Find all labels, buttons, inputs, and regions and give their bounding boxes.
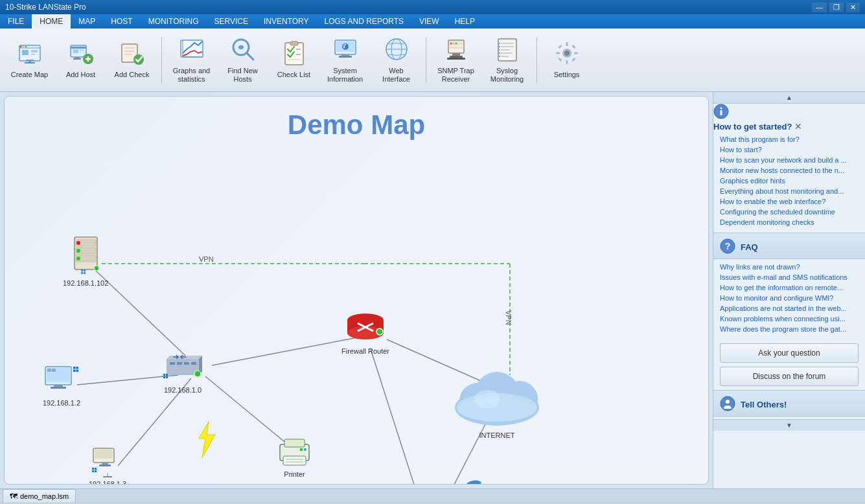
svg-rect-12 <box>73 49 78 53</box>
toolbar: Create Map Add Host <box>0 29 865 92</box>
title-bar-left: 10-Strike LANState Pro <box>5 3 86 12</box>
svg-point-58 <box>499 46 500 47</box>
web-interface-button[interactable]: Web Interface <box>372 34 421 86</box>
svg-rect-105 <box>166 376 168 378</box>
add-host-button[interactable]: Add Host <box>56 34 105 86</box>
menu-host[interactable]: HOST <box>103 14 140 29</box>
svg-rect-142 <box>286 459 303 460</box>
faq-link-3[interactable]: How to get the information on remote... <box>720 282 859 293</box>
node-firewall[interactable]: Firewall Router <box>341 304 389 355</box>
link-monitor-hosts[interactable]: Monitor new hosts connected to the n... <box>720 165 859 176</box>
svg-rect-35 <box>341 54 349 56</box>
link-scheduled-downtime[interactable]: Configuring the scheduled downtime <box>720 207 859 217</box>
graphs-button[interactable]: Graphs and statistics <box>167 34 216 86</box>
menu-service[interactable]: SERVICE <box>206 14 255 29</box>
lightning-icon <box>192 420 222 459</box>
maximize-button[interactable]: ❐ <box>829 3 844 12</box>
svg-point-59 <box>499 49 500 51</box>
link-graphics-editor[interactable]: Graphics editor hints <box>720 176 859 186</box>
settings-button[interactable]: Settings <box>542 34 591 86</box>
svg-rect-65 <box>566 60 568 64</box>
minimize-button[interactable]: — <box>812 3 827 12</box>
printer-icon <box>277 437 312 469</box>
node-pc2[interactable]: 192.168.1.3 <box>89 443 126 485</box>
find-new-hosts-button[interactable]: Find New Hosts <box>218 34 267 86</box>
switch-icon <box>160 349 205 385</box>
gauge-disk[interactable]: 0% Hard disk usage, % <box>465 480 560 485</box>
svg-rect-124 <box>95 468 97 470</box>
scroll-up-button[interactable]: ▲ <box>713 92 865 104</box>
menu-file[interactable]: FILE <box>0 14 32 29</box>
svg-rect-109 <box>47 369 51 372</box>
add-check-button[interactable]: Add Check <box>108 34 156 86</box>
menu-home[interactable]: HOME <box>32 14 71 29</box>
menu-map[interactable]: MAP <box>71 14 103 29</box>
map-canvas[interactable]: Demo Map VPN VPN <box>4 96 709 485</box>
scroll-down-button[interactable]: ▼ <box>713 419 865 431</box>
faq-link-2[interactable]: Issues with e-mail and SMS notifications <box>720 272 859 282</box>
link-dependent-monitoring[interactable]: Dependent monitoring checks <box>720 217 859 227</box>
close-button[interactable]: ✕ <box>846 3 860 12</box>
node-printer[interactable]: Printer <box>277 437 312 478</box>
faq-link-6[interactable]: Known problems when connecting usi... <box>720 314 859 324</box>
link-web-interface[interactable]: How to enable the web interface? <box>720 196 859 207</box>
svg-point-93 <box>94 266 99 271</box>
link-everything-monitoring[interactable]: Everything about host monitoring and... <box>720 186 859 196</box>
menu-monitoring[interactable]: MONITORING <box>141 14 207 29</box>
ask-question-button[interactable]: Ask your question <box>720 343 859 363</box>
svg-rect-29 <box>290 41 298 45</box>
check-list-label: Check List <box>277 71 310 79</box>
menu-logs[interactable]: LOGS AND REPORTS <box>317 14 411 29</box>
tab-demo-map[interactable]: 🗺 demo_map.lsm <box>3 489 76 503</box>
node-switch[interactable]: 192.168.1.0 <box>160 349 205 394</box>
faq-link-1[interactable]: Why links are not drawn? <box>720 262 859 272</box>
faq-title: FAQ <box>741 242 758 252</box>
map-title: Demo Map <box>5 97 708 154</box>
tab-label: demo_map.lsm <box>20 492 69 500</box>
link-what-for[interactable]: What this program is for? <box>720 134 859 144</box>
pc1-icon <box>42 365 81 398</box>
node-pc1[interactable]: 192.168.1.2 <box>42 365 81 407</box>
link-scan-network[interactable]: How to scan your network and build a ... <box>720 155 859 165</box>
menu-bar: FILE HOME MAP HOST MONITORING SERVICE IN… <box>0 14 865 29</box>
node-server[interactable]: 192.168.1.102 <box>63 236 108 287</box>
svg-point-4 <box>19 46 21 48</box>
create-map-label: Create Map <box>11 71 48 79</box>
check-list-button[interactable]: Check List <box>270 34 318 86</box>
svg-point-47 <box>455 42 457 44</box>
svg-point-60 <box>499 52 500 54</box>
syslog-button[interactable]: Syslog Monitoring <box>483 34 531 86</box>
snmp-trap-icon <box>443 36 469 64</box>
node-internet[interactable]: INTERNET <box>445 365 549 439</box>
title-bar-right: — ❐ ✕ <box>812 3 860 12</box>
check-list-icon <box>281 40 307 68</box>
menu-help[interactable]: HELP <box>447 14 483 29</box>
printer-label: Printer <box>284 470 305 478</box>
svg-rect-14 <box>75 57 80 58</box>
discuss-forum-button[interactable]: Discuss on the forum <box>720 367 859 386</box>
menu-inventory[interactable]: INVENTORY <box>256 14 317 29</box>
svg-rect-141 <box>283 456 306 465</box>
svg-point-158 <box>474 390 500 408</box>
svg-rect-116 <box>73 370 76 372</box>
create-map-button[interactable]: Create Map <box>5 34 54 86</box>
menu-view[interactable]: VIEW <box>411 14 447 29</box>
switch-label: 192.168.1.0 <box>164 386 202 394</box>
syslog-icon <box>494 36 520 64</box>
svg-rect-36 <box>339 56 352 58</box>
faq-link-7[interactable]: Where does the program store the gat... <box>720 324 859 334</box>
svg-rect-22 <box>181 40 203 57</box>
svg-rect-97 <box>170 362 175 365</box>
faq-link-4[interactable]: How to monitor and configure WMI? <box>720 293 859 303</box>
link-how-start[interactable]: How to start? <box>720 144 859 155</box>
tell-others-icon <box>720 396 735 413</box>
faq-link-5[interactable]: Applications are not started in the web.… <box>720 303 859 314</box>
snmp-trap-button[interactable]: SNMP Trap Receiver <box>432 34 480 86</box>
svg-rect-117 <box>76 370 79 372</box>
panel-close-button[interactable]: ✕ <box>794 121 802 132</box>
gauge-disk-icon: 0% <box>465 480 494 485</box>
svg-rect-143 <box>286 461 303 463</box>
svg-point-46 <box>452 42 454 44</box>
svg-rect-67 <box>574 52 578 54</box>
system-info-button[interactable]: System Information <box>321 34 369 86</box>
